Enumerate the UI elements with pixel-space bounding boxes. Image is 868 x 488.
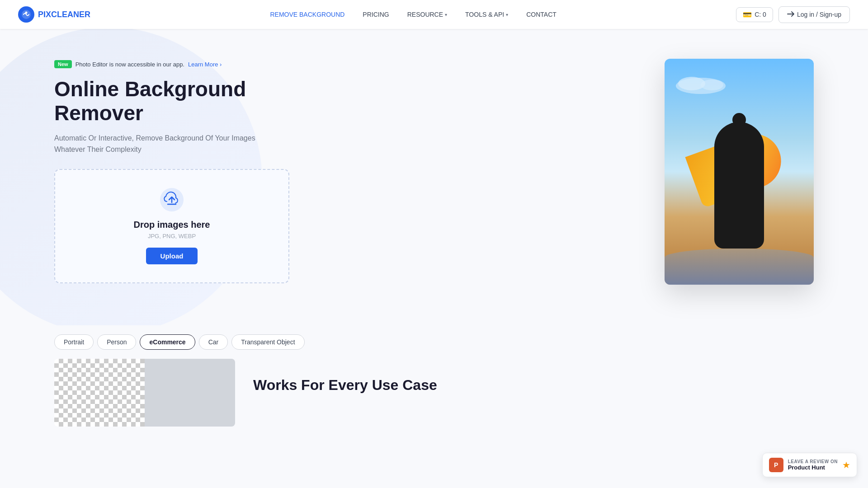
logo-text: PIXCLEANER [38, 10, 90, 19]
upload-button[interactable]: Upload [146, 248, 198, 264]
nav-contact[interactable]: CONTACT [519, 7, 564, 22]
nav-tools-api[interactable]: TOOLS & API ▾ [458, 7, 515, 22]
learn-more-link[interactable]: Learn More › [188, 61, 222, 68]
tab-transparent-object[interactable]: Transparent Object [231, 334, 304, 350]
tab-car[interactable]: Car [199, 334, 228, 350]
tools-chevron-icon: ▾ [506, 12, 508, 17]
hero-demo-image [665, 59, 814, 285]
preview-comparison [54, 359, 235, 427]
ocean-waves [665, 249, 814, 285]
new-badge: New [54, 60, 72, 68]
nav-pricing[interactable]: PRICING [355, 7, 396, 22]
credits-badge[interactable]: 💳 C: 0 [736, 7, 773, 22]
logo[interactable]: PIXCLEANER [18, 6, 90, 23]
hero-subtitle: Automatic Or Interactive, Remove Backgro… [54, 132, 289, 155]
badge-text: Photo Editor is now accessible in our ap… [75, 61, 184, 68]
logo-icon [18, 6, 34, 23]
login-button[interactable]: Log in / Sign-up [778, 6, 850, 23]
new-badge-row: New Photo Editor is now accessible in ou… [54, 60, 289, 68]
nav-resource[interactable]: RESOURCE ▾ [400, 7, 454, 22]
nav-remove-bg[interactable]: REMOVE BACKGROUND [263, 7, 352, 22]
login-label: Log in / Sign-up [797, 11, 841, 18]
credits-icon: 💳 [743, 10, 752, 19]
category-tabs: Portrait Person eCommerce Car Transparen… [0, 325, 868, 354]
hero-section: New Photo Editor is now accessible in ou… [0, 0, 868, 325]
preview-after [145, 359, 235, 427]
hero-image-area [665, 59, 814, 285]
login-icon [787, 10, 794, 19]
tab-ecommerce[interactable]: eCommerce [140, 334, 195, 350]
hero-title: Online Background Remover [54, 77, 289, 125]
person-silhouette [714, 122, 764, 249]
bottom-section: Works For Every Use Case [0, 354, 868, 445]
upload-icon-wrap [160, 188, 184, 213]
credits-label: C: 0 [755, 11, 766, 18]
upload-cloud-icon [160, 188, 184, 211]
preview-before [54, 359, 145, 427]
drop-text: Drop images here [134, 220, 210, 230]
upload-dropzone[interactable]: Drop images here JPG, PNG, WEBP Upload [54, 169, 289, 283]
hero-content: New Photo Editor is now accessible in ou… [54, 60, 289, 283]
nav-menu: REMOVE BACKGROUND PRICING RESOURCE ▾ TOO… [263, 7, 563, 22]
tab-portrait[interactable]: Portrait [54, 334, 94, 350]
navbar: PIXCLEANER REMOVE BACKGROUND PRICING RES… [0, 0, 868, 29]
formats-text: JPG, PNG, WEBP [148, 233, 196, 239]
cloud-decoration [674, 72, 728, 95]
tab-person[interactable]: Person [97, 334, 136, 350]
svg-point-1 [25, 12, 28, 14]
resource-chevron-icon: ▾ [445, 12, 447, 17]
navbar-actions: 💳 C: 0 Log in / Sign-up [736, 6, 850, 23]
hero-visual [665, 59, 814, 285]
works-title: Works For Every Use Case [253, 359, 437, 427]
svg-point-5 [701, 80, 723, 90]
